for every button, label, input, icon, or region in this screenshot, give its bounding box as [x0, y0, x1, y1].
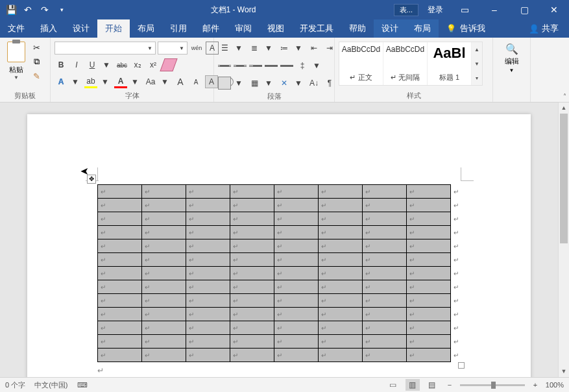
change-case-button[interactable]: Aa [144, 75, 157, 88]
shrink-font-button[interactable]: A [189, 75, 202, 88]
table-cell[interactable]: ↵ [363, 294, 407, 308]
close-button[interactable]: ✕ [539, 0, 569, 19]
table-cell[interactable]: ↵ [142, 185, 186, 199]
subscript-button[interactable]: x₂ [131, 58, 144, 71]
align-left-button[interactable] [218, 59, 231, 72]
table-cell[interactable]: ↵ [319, 349, 363, 362]
align-distribute-button[interactable] [280, 59, 293, 72]
tab-insert[interactable]: 插入 [32, 19, 65, 38]
table-cell[interactable]: ↵ [319, 226, 363, 239]
line-spacing-button[interactable]: ‡ [296, 59, 309, 72]
table-cell[interactable]: ↵ [274, 239, 319, 253]
table-cell[interactable]: ↵ [274, 321, 319, 335]
page-scroll[interactable]: ➤ ✥ ↵↵↵↵↵↵↵↵↵↵↵↵↵↵↵↵↵↵↵↵↵↵↵↵↵↵↵↵↵↵↵↵↵↵↵↵… [0, 103, 558, 377]
table-cell[interactable]: ↵ [274, 335, 319, 349]
table-cell[interactable]: ↵ [98, 267, 142, 280]
tab-table-design[interactable]: 设计 [374, 19, 406, 38]
table-cell[interactable]: ↵ [230, 212, 274, 226]
cut-icon[interactable]: ✂ [30, 42, 42, 53]
document-table[interactable]: ↵↵↵↵↵↵↵↵↵↵↵↵↵↵↵↵↵↵↵↵↵↵↵↵↵↵↵↵↵↵↵↵↵↵↵↵↵↵↵↵… [97, 184, 462, 362]
italic-button[interactable]: I [70, 58, 83, 71]
table-cell[interactable]: ↵ [274, 280, 319, 294]
text-effects-button[interactable]: A [54, 75, 67, 88]
table-cell[interactable]: ↵ [230, 280, 274, 294]
tab-home[interactable]: 开始 [97, 19, 130, 38]
table-cell[interactable]: ↵ [274, 349, 319, 362]
table-cell[interactable]: ↵ [98, 253, 142, 267]
table-cell[interactable]: ↵ [230, 294, 274, 308]
table-cell[interactable]: ↵ [319, 239, 363, 253]
table-cell[interactable]: ↵ [186, 199, 230, 212]
table-cell[interactable]: ↵ [186, 335, 230, 349]
table-move-handle[interactable]: ✥ [87, 175, 96, 184]
increase-indent-button[interactable]: ⇥ [323, 42, 336, 55]
font-size-combo[interactable]: ▼ [158, 42, 188, 55]
table-cell[interactable]: ↵ [363, 199, 407, 212]
print-layout-button[interactable]: ▥ [406, 379, 420, 391]
zoom-thumb[interactable] [491, 382, 496, 389]
table-cell[interactable]: ↵ [230, 199, 274, 212]
tab-review[interactable]: 审阅 [227, 19, 260, 38]
table-cell[interactable]: ↵ [363, 349, 407, 362]
redo-icon[interactable]: ↷ [36, 5, 53, 15]
table-cell[interactable]: ↵ [407, 253, 451, 267]
tab-references[interactable]: 引用 [162, 19, 195, 38]
table-cell[interactable]: ↵ [319, 199, 363, 212]
table-cell[interactable]: ↵ [186, 239, 230, 253]
copy-icon[interactable]: ⧉ [30, 56, 42, 67]
table-cell[interactable]: ↵ [186, 308, 230, 321]
table-cell[interactable]: ↵ [274, 267, 319, 280]
table-cell[interactable]: ↵ [274, 212, 319, 226]
table-cell[interactable]: ↵ [230, 226, 274, 239]
table-cell[interactable]: ↵ [230, 239, 274, 253]
table-cell[interactable]: ↵ [98, 280, 142, 294]
table-cell[interactable]: ↵ [142, 308, 186, 321]
table-cell[interactable]: ↵ [98, 294, 142, 308]
table-cell[interactable]: ↵ [186, 294, 230, 308]
zoom-out-button[interactable]: − [444, 381, 455, 389]
minimize-button[interactable]: – [479, 0, 509, 19]
table-resize-handle[interactable] [458, 362, 465, 369]
table-cell[interactable]: ↵ [407, 335, 451, 349]
table-cell[interactable]: ↵ [274, 226, 319, 239]
table-cell[interactable]: ↵ [363, 335, 407, 349]
table-cell[interactable]: ↵ [319, 335, 363, 349]
table-cell[interactable]: ↵ [363, 226, 407, 239]
borders-button[interactable]: ▦ [248, 77, 261, 90]
tellme-search[interactable]: 💡 告诉我 [439, 19, 493, 38]
table-cell[interactable]: ↵ [186, 267, 230, 280]
table-cell[interactable]: ↵ [98, 321, 142, 335]
table-cell[interactable]: ↵ [274, 199, 319, 212]
multilevel-button[interactable]: ≔ [278, 42, 291, 55]
table-cell[interactable]: ↵ [98, 335, 142, 349]
input-mode-icon[interactable]: ⌨ [77, 381, 88, 389]
table-cell[interactable]: ↵ [363, 212, 407, 226]
page[interactable]: ➤ ✥ ↵↵↵↵↵↵↵↵↵↵↵↵↵↵↵↵↵↵↵↵↵↵↵↵↵↵↵↵↵↵↵↵↵↵↵↵… [27, 114, 531, 377]
table-cell[interactable]: ↵ [363, 280, 407, 294]
bold-button[interactable]: B [54, 58, 67, 71]
table-cell[interactable]: ↵ [98, 212, 142, 226]
shading-button[interactable] [218, 77, 231, 90]
underline-button[interactable]: U [86, 58, 99, 71]
table-cell[interactable]: ↵ [98, 349, 142, 362]
table-cell[interactable]: ↵ [274, 253, 319, 267]
table-cell[interactable]: ↵ [98, 185, 142, 199]
table-cell[interactable]: ↵ [142, 199, 186, 212]
table-cell[interactable]: ↵ [363, 239, 407, 253]
ribbon-display-options[interactable]: ▭ [450, 0, 479, 19]
table-cell[interactable]: ↵ [363, 267, 407, 280]
table-cell[interactable]: ↵ [98, 239, 142, 253]
align-center-button[interactable] [234, 59, 247, 72]
editing-label[interactable]: 编辑 [505, 56, 519, 66]
table-cell[interactable]: ↵ [274, 308, 319, 321]
font-name-combo[interactable]: ▼ [54, 42, 156, 55]
table-cell[interactable]: ↵ [407, 308, 451, 321]
table-cell[interactable]: ↵ [363, 185, 407, 199]
table-cell[interactable]: ↵ [186, 185, 230, 199]
table-cell[interactable]: ↵ [319, 212, 363, 226]
table-cell[interactable]: ↵ [142, 321, 186, 335]
tab-developer[interactable]: 开发工具 [292, 19, 341, 38]
style-nospacing[interactable]: AaBbCcDd ↵ 无间隔 [383, 42, 428, 85]
bullets-button[interactable]: ☰ [218, 42, 231, 55]
table-cell[interactable]: ↵ [142, 280, 186, 294]
